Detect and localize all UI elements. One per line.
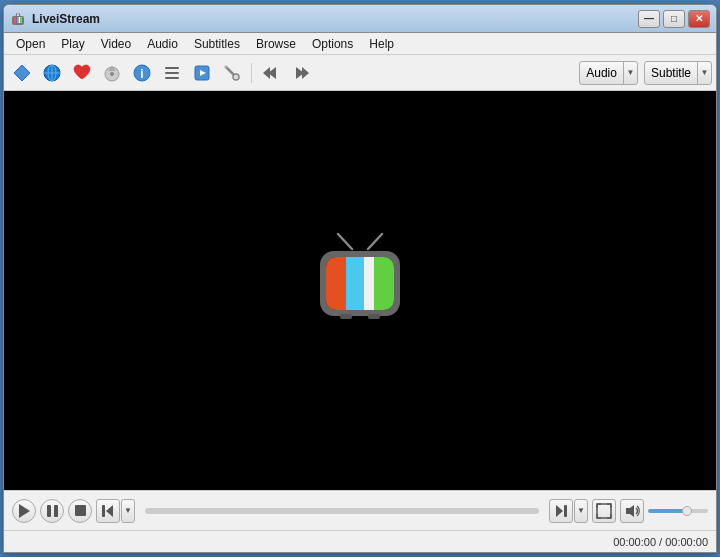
svg-rect-4 bbox=[19, 17, 21, 23]
menu-help[interactable]: Help bbox=[361, 35, 402, 53]
menu-play[interactable]: Play bbox=[53, 35, 92, 53]
menu-open[interactable]: Open bbox=[8, 35, 53, 53]
prev-control-group: ▼ bbox=[96, 499, 135, 523]
svg-rect-44 bbox=[564, 505, 567, 517]
next-toolbar-button[interactable] bbox=[287, 59, 315, 87]
window-title: LiveiStream bbox=[32, 12, 638, 26]
minimize-button[interactable]: — bbox=[638, 10, 660, 28]
svg-rect-35 bbox=[326, 257, 346, 310]
subtitle-dropdown[interactable]: Subtitle ▼ bbox=[644, 61, 712, 85]
svg-line-7 bbox=[19, 13, 20, 16]
stop-icon bbox=[75, 505, 86, 516]
title-bar: LiveiStream — □ ✕ bbox=[4, 5, 716, 33]
time-display: 00:00:00 / 00:00:00 bbox=[613, 536, 708, 548]
eject-toolbar-button[interactable] bbox=[98, 59, 126, 87]
menu-audio[interactable]: Audio bbox=[139, 35, 186, 53]
svg-rect-20 bbox=[165, 77, 179, 79]
svg-marker-8 bbox=[14, 65, 30, 81]
settings-toolbar-button[interactable] bbox=[218, 59, 246, 87]
audio-dropdown[interactable]: Audio ▼ bbox=[579, 61, 638, 85]
svg-rect-19 bbox=[165, 72, 179, 74]
progress-bar[interactable] bbox=[145, 508, 539, 514]
svg-text:i: i bbox=[140, 67, 143, 81]
volume-slider[interactable] bbox=[648, 509, 708, 513]
prev-button[interactable] bbox=[96, 499, 120, 523]
svg-rect-45 bbox=[597, 504, 611, 518]
favorites-toolbar-button[interactable] bbox=[68, 59, 96, 87]
close-button[interactable]: ✕ bbox=[688, 10, 710, 28]
play-button[interactable] bbox=[12, 499, 36, 523]
svg-point-14 bbox=[110, 72, 114, 76]
toolbar: i bbox=[4, 55, 716, 91]
svg-line-6 bbox=[16, 13, 17, 16]
svg-rect-37 bbox=[364, 257, 374, 310]
next-control-group: ▼ bbox=[549, 499, 588, 523]
network-toolbar-button[interactable] bbox=[38, 59, 66, 87]
svg-marker-27 bbox=[263, 67, 270, 79]
pause-button[interactable] bbox=[40, 499, 64, 523]
toolbar-sep-1 bbox=[251, 63, 252, 83]
prev-dropdown-arrow-icon: ▼ bbox=[124, 506, 132, 515]
svg-line-31 bbox=[368, 234, 382, 249]
menubar: Open Play Video Audio Subtitles Browse O… bbox=[4, 33, 716, 55]
menu-video[interactable]: Video bbox=[93, 35, 139, 53]
fullscreen-button[interactable] bbox=[592, 499, 616, 523]
maximize-button[interactable]: □ bbox=[663, 10, 685, 28]
next-dropdown-button[interactable]: ▼ bbox=[574, 499, 588, 523]
menu-options[interactable]: Options bbox=[304, 35, 361, 53]
svg-rect-18 bbox=[165, 67, 179, 69]
svg-point-25 bbox=[225, 65, 228, 68]
window-controls: — □ ✕ bbox=[638, 10, 710, 28]
menu-subtitles[interactable]: Subtitles bbox=[186, 35, 248, 53]
svg-marker-43 bbox=[556, 505, 563, 517]
menu-browse[interactable]: Browse bbox=[248, 35, 304, 53]
next-dropdown-arrow-icon: ▼ bbox=[577, 506, 585, 515]
audio-dropdown-arrow[interactable]: ▼ bbox=[623, 61, 637, 85]
svg-rect-5 bbox=[20, 17, 22, 23]
open-toolbar-button[interactable] bbox=[8, 59, 36, 87]
audio-dropdown-label: Audio bbox=[580, 66, 623, 80]
playlist-toolbar-button[interactable] bbox=[158, 59, 186, 87]
svg-marker-41 bbox=[106, 505, 113, 517]
app-icon bbox=[10, 11, 26, 27]
prev-toolbar-button[interactable] bbox=[257, 59, 285, 87]
prev-dropdown-button[interactable]: ▼ bbox=[121, 499, 135, 523]
stop-button[interactable] bbox=[68, 499, 92, 523]
svg-rect-38 bbox=[374, 257, 394, 310]
controls-bar: ▼ ▼ bbox=[4, 490, 716, 530]
volume-thumb[interactable] bbox=[682, 506, 692, 516]
video-area bbox=[4, 91, 716, 490]
bookmark-toolbar-button[interactable] bbox=[188, 59, 216, 87]
svg-rect-36 bbox=[346, 257, 364, 310]
svg-rect-42 bbox=[102, 505, 105, 517]
next-button[interactable] bbox=[549, 499, 573, 523]
status-bar: 00:00:00 / 00:00:00 bbox=[4, 530, 716, 552]
svg-rect-39 bbox=[340, 314, 352, 319]
volume-button[interactable] bbox=[620, 499, 644, 523]
svg-line-30 bbox=[338, 234, 352, 249]
svg-marker-29 bbox=[302, 67, 309, 79]
main-window: LiveiStream — □ ✕ Open Play Video Audio … bbox=[3, 4, 717, 553]
svg-rect-3 bbox=[17, 17, 19, 23]
svg-rect-2 bbox=[14, 17, 17, 23]
svg-marker-46 bbox=[626, 505, 634, 517]
svg-point-24 bbox=[233, 74, 239, 80]
svg-rect-40 bbox=[368, 314, 380, 319]
info-toolbar-button[interactable]: i bbox=[128, 59, 156, 87]
subtitle-dropdown-arrow[interactable]: ▼ bbox=[697, 61, 711, 85]
tv-logo bbox=[300, 231, 420, 351]
pause-icon bbox=[47, 505, 58, 517]
play-icon bbox=[19, 504, 30, 518]
subtitle-dropdown-label: Subtitle bbox=[645, 66, 697, 80]
